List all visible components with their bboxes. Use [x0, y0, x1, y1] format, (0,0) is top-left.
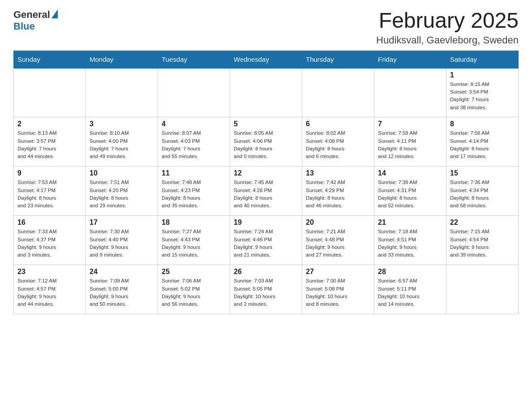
calendar-cell: 4Sunrise: 8:07 AM Sunset: 4:03 PM Daylig…	[158, 117, 230, 167]
day-number: 2	[17, 120, 82, 128]
calendar-week-row: 9Sunrise: 7:53 AM Sunset: 4:17 PM Daylig…	[14, 167, 519, 216]
calendar-cell: 10Sunrise: 7:51 AM Sunset: 4:20 PM Dayli…	[86, 167, 158, 216]
day-header-friday: Friday	[374, 51, 446, 68]
day-number: 8	[450, 120, 515, 128]
calendar-cell: 27Sunrise: 7:00 AM Sunset: 5:08 PM Dayli…	[302, 265, 374, 314]
calendar-cell: 8Sunrise: 7:56 AM Sunset: 4:14 PM Daylig…	[446, 117, 519, 167]
day-number: 19	[234, 218, 298, 227]
day-number: 3	[90, 120, 154, 128]
day-info: Sunrise: 7:33 AM Sunset: 4:37 PM Dayligh…	[17, 228, 82, 259]
day-number: 13	[306, 169, 370, 177]
day-header-thursday: Thursday	[302, 51, 374, 68]
calendar-week-row: 23Sunrise: 7:12 AM Sunset: 4:57 PM Dayli…	[14, 265, 519, 314]
calendar-week-row: 1Sunrise: 8:15 AM Sunset: 3:54 PM Daylig…	[14, 68, 519, 117]
day-number: 22	[450, 218, 515, 227]
day-number: 27	[306, 268, 370, 276]
location-title: Hudiksvall, Gaevleborg, Sweden	[376, 34, 519, 46]
calendar-cell: 6Sunrise: 8:02 AM Sunset: 4:08 PM Daylig…	[302, 117, 374, 167]
month-title: February 2025	[376, 9, 519, 33]
day-info: Sunrise: 7:59 AM Sunset: 4:11 PM Dayligh…	[378, 129, 442, 160]
calendar-cell	[302, 68, 374, 117]
logo-triangle-icon	[51, 9, 58, 18]
day-number: 9	[17, 169, 82, 177]
day-info: Sunrise: 7:30 AM Sunset: 4:40 PM Dayligh…	[90, 228, 154, 259]
day-number: 6	[306, 120, 370, 128]
logo: General Blue	[13, 9, 58, 32]
calendar-cell: 26Sunrise: 7:03 AM Sunset: 5:05 PM Dayli…	[230, 265, 302, 314]
day-number: 23	[17, 268, 82, 276]
day-number: 7	[378, 120, 442, 128]
calendar-cell: 1Sunrise: 8:15 AM Sunset: 3:54 PM Daylig…	[446, 68, 519, 117]
day-info: Sunrise: 7:36 AM Sunset: 4:34 PM Dayligh…	[450, 179, 515, 210]
calendar-week-row: 16Sunrise: 7:33 AM Sunset: 4:37 PM Dayli…	[14, 216, 519, 265]
day-info: Sunrise: 8:15 AM Sunset: 3:54 PM Dayligh…	[450, 81, 515, 111]
day-number: 28	[378, 268, 442, 276]
calendar-cell: 22Sunrise: 7:15 AM Sunset: 4:54 PM Dayli…	[446, 216, 519, 265]
day-number: 24	[90, 268, 154, 276]
day-info: Sunrise: 7:09 AM Sunset: 5:00 PM Dayligh…	[90, 277, 154, 308]
calendar-cell: 23Sunrise: 7:12 AM Sunset: 4:57 PM Dayli…	[14, 265, 86, 314]
calendar-cell: 19Sunrise: 7:24 AM Sunset: 4:46 PM Dayli…	[230, 216, 302, 265]
calendar-cell: 14Sunrise: 7:39 AM Sunset: 4:31 PM Dayli…	[374, 167, 446, 216]
day-info: Sunrise: 7:00 AM Sunset: 5:08 PM Dayligh…	[306, 277, 370, 308]
day-number: 18	[162, 218, 226, 227]
day-number: 5	[234, 120, 298, 128]
logo-general-text: General	[13, 9, 50, 21]
day-number: 17	[90, 218, 154, 227]
calendar-cell: 28Sunrise: 6:57 AM Sunset: 5:11 PM Dayli…	[374, 265, 446, 314]
calendar-cell	[374, 68, 446, 117]
day-number: 25	[162, 268, 226, 276]
day-info: Sunrise: 7:45 AM Sunset: 4:26 PM Dayligh…	[234, 179, 298, 210]
calendar-cell	[230, 68, 302, 117]
day-number: 10	[90, 169, 154, 177]
calendar-cell	[14, 68, 86, 117]
day-header-sunday: Sunday	[14, 51, 86, 68]
day-info: Sunrise: 8:02 AM Sunset: 4:08 PM Dayligh…	[306, 129, 370, 160]
calendar-cell: 25Sunrise: 7:06 AM Sunset: 5:02 PM Dayli…	[158, 265, 230, 314]
calendar-header-row: SundayMondayTuesdayWednesdayThursdayFrid…	[14, 51, 519, 68]
day-info: Sunrise: 8:07 AM Sunset: 4:03 PM Dayligh…	[162, 129, 226, 160]
day-info: Sunrise: 6:57 AM Sunset: 5:11 PM Dayligh…	[378, 277, 442, 308]
day-header-monday: Monday	[86, 51, 158, 68]
calendar-cell: 12Sunrise: 7:45 AM Sunset: 4:26 PM Dayli…	[230, 167, 302, 216]
day-number: 26	[234, 268, 298, 276]
day-number: 4	[162, 120, 226, 128]
day-info: Sunrise: 7:42 AM Sunset: 4:29 PM Dayligh…	[306, 179, 370, 210]
calendar-cell	[446, 265, 519, 314]
calendar-cell: 18Sunrise: 7:27 AM Sunset: 4:43 PM Dayli…	[158, 216, 230, 265]
day-number: 21	[378, 218, 442, 227]
day-header-wednesday: Wednesday	[230, 51, 302, 68]
page-header: General Blue February 2025 Hudiksvall, G…	[13, 9, 519, 46]
calendar-cell: 9Sunrise: 7:53 AM Sunset: 4:17 PM Daylig…	[14, 167, 86, 216]
day-info: Sunrise: 7:15 AM Sunset: 4:54 PM Dayligh…	[450, 228, 515, 259]
day-number: 16	[17, 218, 82, 227]
calendar-cell	[86, 68, 158, 117]
title-section: February 2025 Hudiksvall, Gaevleborg, Sw…	[376, 9, 519, 46]
day-info: Sunrise: 7:24 AM Sunset: 4:46 PM Dayligh…	[234, 228, 298, 259]
day-number: 11	[162, 169, 226, 177]
calendar-cell: 21Sunrise: 7:18 AM Sunset: 4:51 PM Dayli…	[374, 216, 446, 265]
calendar-cell: 5Sunrise: 8:05 AM Sunset: 4:06 PM Daylig…	[230, 117, 302, 167]
calendar-cell: 17Sunrise: 7:30 AM Sunset: 4:40 PM Dayli…	[86, 216, 158, 265]
day-info: Sunrise: 8:05 AM Sunset: 4:06 PM Dayligh…	[234, 129, 298, 160]
calendar-cell	[158, 68, 230, 117]
calendar-cell: 16Sunrise: 7:33 AM Sunset: 4:37 PM Dayli…	[14, 216, 86, 265]
calendar-cell: 15Sunrise: 7:36 AM Sunset: 4:34 PM Dayli…	[446, 167, 519, 216]
calendar-cell: 24Sunrise: 7:09 AM Sunset: 5:00 PM Dayli…	[86, 265, 158, 314]
day-info: Sunrise: 7:27 AM Sunset: 4:43 PM Dayligh…	[162, 228, 226, 259]
day-info: Sunrise: 7:39 AM Sunset: 4:31 PM Dayligh…	[378, 179, 442, 210]
day-info: Sunrise: 7:56 AM Sunset: 4:14 PM Dayligh…	[450, 129, 515, 160]
calendar-table: SundayMondayTuesdayWednesdayThursdayFrid…	[13, 51, 519, 315]
day-number: 14	[378, 169, 442, 177]
day-header-tuesday: Tuesday	[158, 51, 230, 68]
day-number: 1	[450, 71, 515, 79]
calendar-cell: 11Sunrise: 7:48 AM Sunset: 4:23 PM Dayli…	[158, 167, 230, 216]
day-info: Sunrise: 7:48 AM Sunset: 4:23 PM Dayligh…	[162, 179, 226, 210]
day-info: Sunrise: 7:53 AM Sunset: 4:17 PM Dayligh…	[17, 179, 82, 210]
calendar-cell: 7Sunrise: 7:59 AM Sunset: 4:11 PM Daylig…	[374, 117, 446, 167]
calendar-week-row: 2Sunrise: 8:13 AM Sunset: 3:57 PM Daylig…	[14, 117, 519, 167]
day-info: Sunrise: 8:10 AM Sunset: 4:00 PM Dayligh…	[90, 129, 154, 160]
day-number: 20	[306, 218, 370, 227]
day-info: Sunrise: 7:18 AM Sunset: 4:51 PM Dayligh…	[378, 228, 442, 259]
calendar-cell: 3Sunrise: 8:10 AM Sunset: 4:00 PM Daylig…	[86, 117, 158, 167]
